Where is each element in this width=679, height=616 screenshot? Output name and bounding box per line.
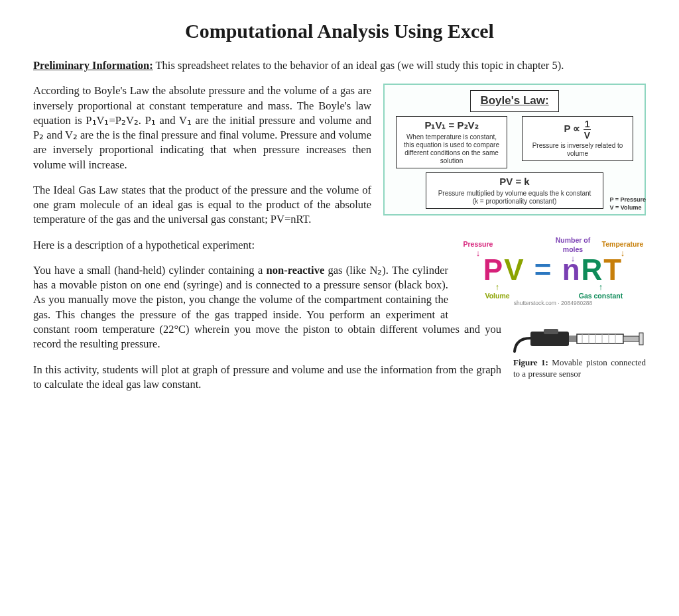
non-reactive-label: non-reactive	[267, 264, 325, 277]
prelim-text: This spreadsheet relates to the behavior…	[153, 59, 564, 72]
svg-rect-3	[577, 334, 623, 343]
boyles-law-title: Boyle's Law:	[470, 90, 558, 112]
svg-rect-1	[544, 329, 558, 334]
boyles-eq-inverse: P ∝ 1 V Pressure is inversely related to…	[522, 116, 633, 161]
figure-1-caption: Figure 1: Movable piston connected to a …	[513, 357, 646, 380]
label-gas-constant: ↑ Gas constant	[574, 282, 627, 300]
label-volume: ↑ Volume	[477, 282, 517, 300]
preliminary-info: Preliminary Information: This spreadshee…	[33, 58, 646, 73]
label-temperature: Temperature ↓	[599, 239, 646, 257]
sensor-icon	[513, 320, 646, 353]
pvnrt-figure: Pressure ↓ Number of moles ↓ Temperature…	[460, 238, 646, 313]
prelim-label: Preliminary Information:	[33, 59, 153, 72]
figure-1: Figure 1: Movable piston connected to a …	[513, 320, 646, 380]
boyles-law-figure: Boyle's Law: P₁V₁ = P₂V₂ When temperatur…	[383, 84, 646, 216]
page-title: Computational Analysis Using Excel	[33, 20, 646, 42]
boyles-legend: P = Pressure V = Volume	[609, 196, 646, 212]
label-pressure: Pressure ↓	[455, 239, 501, 257]
svg-rect-2	[569, 336, 577, 342]
svg-rect-10	[623, 336, 639, 341]
boyles-eq-p1v1: P₁V₁ = P₂V₂ When temperature is constant…	[396, 116, 507, 168]
label-moles: Number of moles ↓	[553, 235, 593, 263]
boyles-eq-pvk: PV = k Pressure multiplied by volume equ…	[426, 172, 604, 209]
image-credit: shutterstock.com · 2084980288	[460, 300, 646, 307]
svg-rect-11	[639, 333, 643, 345]
